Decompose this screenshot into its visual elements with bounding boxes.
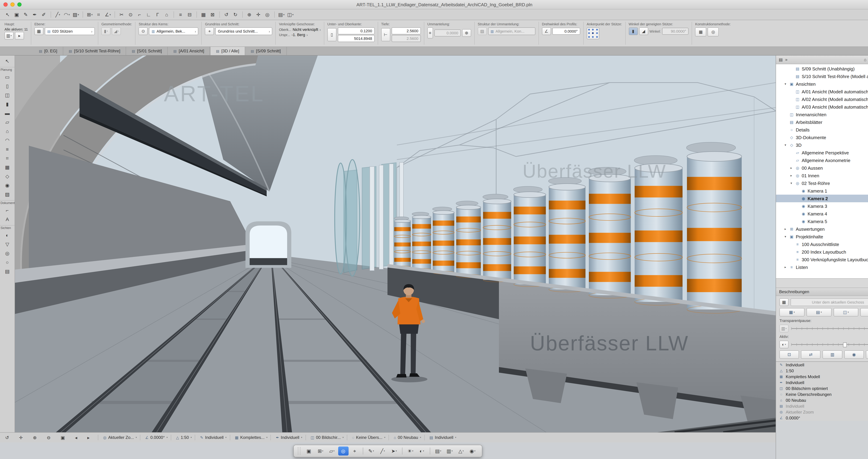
anchor-point-grid[interactable] — [587, 27, 599, 39]
arrow-tool-icon[interactable]: ↖ — [2, 57, 13, 65]
prop-screen[interactable]: ◫ 00 Bildschirm optimiert › — [776, 386, 868, 391]
ref-menu-icon[interactable]: ≡ — [866, 351, 868, 359]
tree-item-perspektive[interactable]: ▱ Allgemeine Perspektive — [776, 149, 868, 157]
prop-renovation[interactable]: ⌂ 00 Neubau › — [776, 397, 868, 403]
statusbar-item[interactable] — [271, 435, 271, 440]
lamp-tool-icon[interactable]: ◉ — [2, 181, 13, 190]
active-reference-icon[interactable]: ◐▾ — [779, 341, 788, 348]
toolbar-grip[interactable] — [298, 447, 300, 455]
3d-toolbar-button[interactable] — [430, 448, 430, 455]
tool-next-icon[interactable]: ▸ — [15, 32, 24, 39]
disclosure-arrow[interactable]: ▾ — [783, 235, 787, 238]
veneer-add-icon[interactable]: ⊕ — [462, 29, 471, 37]
toolbar-button[interactable] — [219, 11, 220, 18]
oberkante-input[interactable] — [338, 27, 375, 34]
orbit-3d-icon[interactable]: ◎ — [338, 447, 349, 456]
layer-menu[interactable]: ▤ Individuell ▾ — [425, 435, 459, 440]
prop-zoom[interactable]: ◎ Aktueller Zoom — [776, 409, 868, 415]
tree-item-axonometrie[interactable]: ▱ Allgemeine Axonometrie — [776, 157, 868, 164]
3d-viewport[interactable]: ART-TEL Überfässer LLW Überfässer LLW — [15, 56, 776, 432]
statusbar-item[interactable] — [424, 435, 425, 440]
tree-item-02-testroehre[interactable]: ▾ ◎ 02 Test-Röhre — [776, 179, 868, 187]
arrow-3d-icon[interactable]: ➤▾ — [389, 447, 399, 456]
camera-tool-icon[interactable]: ◎ — [2, 249, 13, 257]
style-3d-icon[interactable]: ▥▾ — [444, 447, 455, 456]
toolbox-tool[interactable]: Planung — [0, 67, 15, 72]
marquee-3d-icon[interactable]: ▣ — [304, 447, 314, 456]
tree-item-s10[interactable]: ▤ S/10 Schnitt Test-Röhre (Modell automa… — [776, 72, 868, 80]
stair-tool-icon[interactable]: ≡ — [2, 145, 13, 153]
next-view-icon[interactable]: ▸ — [85, 435, 97, 440]
prop-scale[interactable]: △ 1:50 › — [776, 368, 868, 374]
beam-tool-icon[interactable]: ▬ — [2, 109, 13, 117]
prop-rotation[interactable]: ∠ 0.0000° › — [776, 415, 868, 421]
select-arrow-icon[interactable]: ↖ — [3, 10, 12, 19]
kern-dropdown[interactable]: ▥ Allgemein, Bek... › — [149, 27, 198, 35]
aktiv-slider[interactable] — [791, 342, 868, 347]
toolbar-button[interactable] — [196, 11, 197, 18]
tree-item-kamera-1[interactable]: ◉ Kamera 1 — [776, 187, 868, 195]
grid-3d-icon[interactable]: ⊞▾ — [315, 447, 326, 456]
toolbar-button[interactable] — [115, 11, 115, 18]
distribute-icon[interactable]: ⊟ — [185, 10, 194, 19]
toolbox-tool[interactable]: Sichten — [0, 225, 15, 230]
statusbar-item[interactable] — [305, 435, 306, 440]
view-tab[interactable]: ▤ [S/01 Schnitt] — [126, 47, 168, 55]
prev-view-icon[interactable]: ◂ — [72, 435, 85, 440]
layers-icon[interactable]: ▤▾ — [277, 10, 286, 19]
core-structure-icon[interactable]: ⊙ — [139, 27, 148, 35]
door-tool-icon[interactable]: ▯ — [2, 82, 13, 90]
elevation-tool-icon[interactable]: ▽ — [2, 240, 13, 249]
zoom-tool-icon[interactable]: ⊕ — [245, 10, 254, 19]
measure-icon[interactable]: ⌐ — [135, 10, 144, 19]
redo-icon[interactable]: ↻ — [231, 10, 240, 19]
3d-scene[interactable]: ART-TEL Überfässer LLW Überfässer LLW — [15, 56, 776, 432]
favorites-icon[interactable]: ▥▾ — [4, 32, 13, 39]
pan-tool-icon[interactable]: ✛ — [254, 10, 263, 19]
statusbar-item[interactable] — [347, 435, 347, 440]
prop-model-filter[interactable]: ▦ Komplettes Modell › — [776, 374, 868, 380]
pencil-icon[interactable]: ✎ — [22, 10, 30, 19]
dimension-tool-icon[interactable]: ⌐ — [2, 206, 13, 215]
slider-knob[interactable] — [843, 342, 847, 347]
shell-tool-icon[interactable]: ◠ — [2, 136, 13, 144]
penset-menu[interactable]: ✒ Individuell ▾ — [272, 435, 305, 440]
statusbar-item[interactable] — [389, 435, 389, 440]
tree-item-00-aussen[interactable]: ▸ ◎ 00 Aussen — [776, 164, 868, 172]
beschreibungen-header[interactable]: Beschreibungen — [776, 288, 868, 296]
view-tab[interactable]: ▤ [S/09 Schnitt] — [245, 47, 287, 55]
geometry-slanted-icon[interactable]: ◢▾ — [112, 27, 121, 35]
roof-wizard-icon[interactable]: ⌂ — [162, 10, 171, 19]
view-tab[interactable]: ▤ [S/10 Schnitt Test-Röhre] — [63, 47, 126, 55]
grundriss-dropdown[interactable]: Grundriss und Schnitt... › — [215, 27, 272, 35]
statusbar-item[interactable] — [230, 435, 230, 440]
marquee-icon[interactable]: ▣ — [12, 10, 21, 19]
tree-item-a03[interactable]: ◫ A/03 Ansicht (Modell automatisch wiede… — [776, 103, 868, 111]
disclosure-arrow[interactable]: ▸ — [789, 166, 793, 170]
disclosure-arrow[interactable]: ▾ — [783, 143, 787, 147]
undo-icon[interactable]: ↺ — [222, 10, 231, 19]
column-vertical-icon[interactable]: ▮ — [629, 27, 638, 35]
sun-icon[interactable]: ☀▾ — [405, 447, 415, 456]
section-tool-icon[interactable]: ◐ — [2, 231, 13, 239]
statusbar-item[interactable] — [140, 435, 140, 440]
zoom-in-icon[interactable]: ⊕ — [31, 435, 44, 440]
tree-item-details[interactable]: ○ Details — [776, 126, 868, 134]
brush-icon[interactable]: ✐ — [39, 10, 48, 19]
view-tab[interactable]: ▤ [A/01 Ansicht] — [168, 47, 210, 55]
scale-menu[interactable]: △ 1:50 ▾ — [172, 435, 194, 440]
nav-expand-icon[interactable]: » — [785, 57, 787, 62]
zoom-out-icon[interactable]: ⊖ — [44, 435, 58, 440]
prop-layer[interactable]: ▤ Individuell — [776, 403, 868, 409]
tree-item-a02[interactable]: ◫ A/02 Ansicht (Modell automatisch wiede… — [776, 95, 868, 103]
editing-plane-icon[interactable]: ▱▾ — [327, 447, 337, 456]
cutaway-icon[interactable]: △▾ — [456, 447, 466, 456]
prop-pen[interactable]: ✎ Individuell › — [776, 362, 868, 368]
tree-item-kamera-4[interactable]: ◉ Kamera 4 — [776, 210, 868, 218]
tree-item-projektinhalte[interactable]: ▾ ▣ Projektinhalte — [776, 233, 868, 240]
tree-item-3d[interactable]: ▾ ◇ 3D — [776, 141, 868, 149]
snap-points-icon[interactable]: ⌗ — [94, 10, 103, 19]
renovation-menu[interactable]: ⌂ 00 Neubau ▾ — [390, 435, 424, 440]
arc-tool-icon[interactable]: ◠▾ — [62, 10, 71, 19]
tree-item-ansichten[interactable]: ▾ ▣ Ansichten — [776, 80, 868, 88]
